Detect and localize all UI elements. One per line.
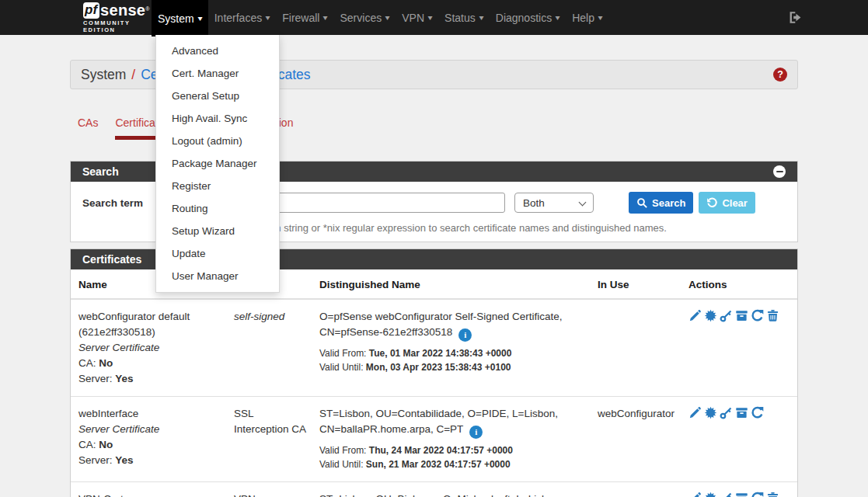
cert-actions-cell [688,406,790,472]
info-icon[interactable] [458,328,472,342]
export-p12-button[interactable] [735,492,748,497]
tab-cas[interactable]: CAs [78,116,98,140]
cert-issuer-cell: self-signed [234,309,319,387]
community-edition-label: COMMUNITY EDITION [83,19,152,33]
export-key-button[interactable] [720,406,733,419]
chevron-down-icon [579,199,587,207]
renew-button[interactable] [751,406,764,419]
search-button[interactable]: Search [629,192,693,214]
table-row: webConfigurator default (621e2ff330518) … [71,300,797,397]
nav-services[interactable]: Services▾ [334,0,396,35]
delete-button[interactable] [766,309,779,322]
search-icon [636,197,648,209]
cert-dn-cell: ST=Lisbon, OU=Binbows, O=Michaelsoft, L=… [319,492,598,497]
column-actions: Actions [688,279,790,290]
column-in-use: In Use [598,279,688,290]
cert-in-use-cell: webConfigurator [598,406,688,472]
breadcrumb-separator: / [131,67,135,83]
main-menu: System▾ Interfaces▾ Firewall▾ Services▾ … [152,0,608,35]
menu-item-register[interactable]: Register [156,175,279,197]
edit-button[interactable] [688,406,702,419]
export-certificate-button[interactable] [704,492,717,497]
nav-status[interactable]: Status▾ [438,0,490,35]
nav-vpn[interactable]: VPN▾ [396,0,438,35]
cert-actions-cell [688,309,790,387]
cert-ca-flag: CA: No [78,437,225,453]
table-row: webInterface Server Certificate CA: No S… [71,397,797,482]
menu-item-general-setup[interactable]: General Setup [156,85,279,107]
top-navbar: pfsense® COMMUNITY EDITION System▾ Inter… [0,0,868,35]
cert-type: Server Certificate [78,340,225,356]
cert-actions-cell [688,492,790,497]
search-scope-select[interactable]: Both [514,193,594,213]
search-panel-title: Search [82,165,119,178]
renew-button[interactable] [751,309,764,322]
info-icon[interactable] [469,426,483,439]
menu-item-update[interactable]: Update [156,242,279,265]
collapse-icon[interactable] [773,165,786,178]
search-hint: Enter a search string or *nix regular ex… [215,222,786,234]
caret-down-icon: ▾ [323,13,328,22]
menu-item-user-manager[interactable]: User Manager [156,265,279,287]
cert-name: VPN-Cert [78,492,225,497]
logo-pf-badge: pf [83,2,99,19]
cert-name-cell: webConfigurator default (621e2ff330518) … [78,309,234,387]
export-certificate-button[interactable] [704,406,717,419]
pfsense-logo[interactable]: pfsense® COMMUNITY EDITION [83,0,152,35]
validity-dates: Valid From: Tue, 01 Mar 2022 14:38:43 +0… [319,346,588,374]
menu-item-cert-manager[interactable]: Cert. Manager [156,62,279,85]
nav-interfaces[interactable]: Interfaces▾ [208,0,277,35]
caret-down-icon: ▾ [385,13,390,22]
renew-button[interactable] [751,492,764,497]
registered-mark: ® [145,2,149,17]
cert-name-cell: VPN-Cert Server Certificate [78,492,234,497]
help-icon[interactable] [773,68,787,82]
cert-ca-flag: CA: No [78,356,225,371]
menu-item-advanced[interactable]: Advanced [156,40,279,62]
nav-system[interactable]: System▾ [152,0,208,36]
cert-server-flag: Server: Yes [78,371,225,387]
clear-button[interactable]: Clear [699,192,755,214]
cert-issuer-cell: VPN [234,492,319,497]
export-p12-button[interactable] [735,309,748,322]
nav-firewall[interactable]: Firewall▾ [276,0,333,35]
menu-item-package-manager[interactable]: Package Manager [156,152,279,175]
cert-name: webConfigurator default (621e2ff330518) [78,309,225,340]
caret-down-icon: ▾ [598,13,602,22]
cert-issuer-cell: SSL Interception CA [234,406,319,472]
certificates-panel-title: Certificates [82,253,141,266]
caret-down-icon: ▾ [556,13,560,22]
export-key-button[interactable] [720,309,733,322]
distinguished-name: ST=Lisbon, OU=Binbows, O=Michaelsoft, L=… [319,493,562,497]
cert-name: webInterface [78,406,225,422]
menu-item-setup-wizard[interactable]: Setup Wizard [156,220,279,242]
edit-button[interactable] [688,309,702,322]
cert-name-cell: webInterface Server Certificate CA: No S… [78,406,234,472]
nav-help[interactable]: Help▾ [566,0,608,35]
cert-type: Server Certificate [78,422,225,437]
breadcrumb-system: System [81,67,126,83]
delete-button[interactable] [766,492,779,497]
export-key-button[interactable] [720,492,733,497]
edit-button[interactable] [688,492,702,497]
validity-dates: Valid From: Thu, 24 Mar 2022 04:17:57 +0… [319,443,588,471]
caret-down-icon: ▾ [428,13,433,22]
menu-item-routing[interactable]: Routing [156,197,279,220]
caret-down-icon: ▾ [197,14,202,23]
export-p12-button[interactable] [735,406,748,419]
cert-in-use-cell [598,492,688,497]
menu-item-high-avail-sync[interactable]: High Avail. Sync [156,107,279,130]
column-distinguished-name: Distinguished Name [319,279,598,290]
cert-dn-cell: O=pfSense webConfigurator Self-Signed Ce… [319,309,598,387]
export-certificate-button[interactable] [704,309,717,322]
menu-item-logout[interactable]: Logout (admin) [156,130,279,152]
search-scope-value: Both [523,197,545,209]
caret-down-icon: ▾ [479,13,483,22]
sign-out-icon[interactable] [788,10,803,25]
pfsense-logo-text: pfsense® [83,2,152,19]
system-dropdown-menu: Advanced Cert. Manager General Setup Hig… [155,35,280,293]
cert-server-flag: Server: Yes [78,453,225,468]
distinguished-name: ST=Lisbon, OU=Contabilidade, O=PIDE, L=L… [319,408,558,435]
nav-diagnostics[interactable]: Diagnostics▾ [490,0,566,35]
table-row: VPN-Cert Server Certificate VPN ST=Lisbo… [71,482,797,497]
